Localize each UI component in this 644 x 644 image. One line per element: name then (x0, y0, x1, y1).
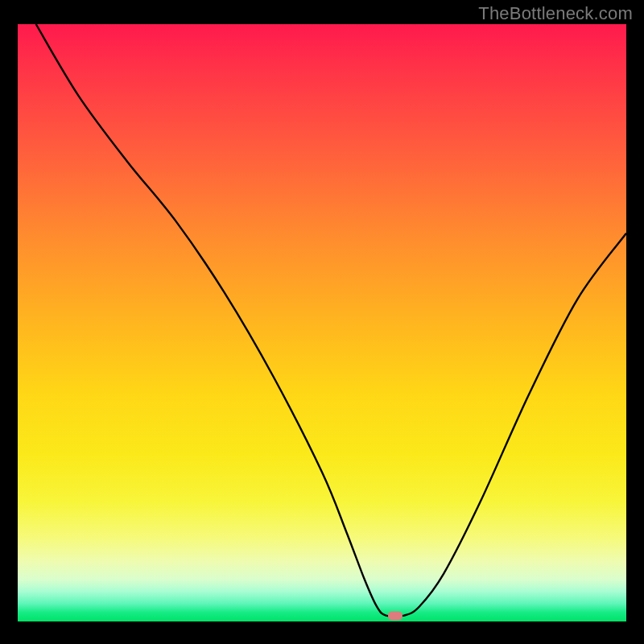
bottleneck-curve (36, 24, 626, 617)
min-marker (388, 611, 402, 620)
curve-svg (18, 24, 626, 621)
chart-container: TheBottleneck.com (0, 0, 644, 644)
watermark-text: TheBottleneck.com (478, 3, 633, 24)
plot-area (18, 24, 626, 621)
